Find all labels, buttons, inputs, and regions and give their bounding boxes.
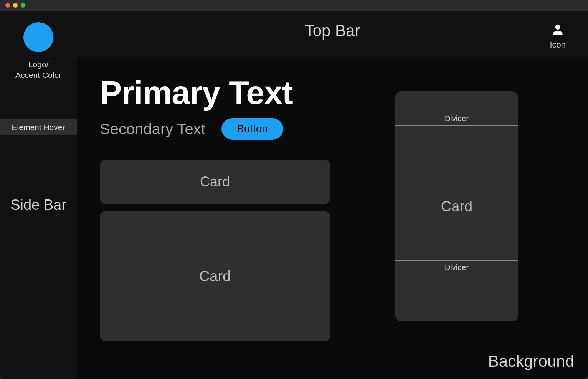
divider-bottom-label: Divider (445, 263, 469, 272)
logo-label-line1: Logo/ (28, 60, 49, 69)
window-maximize-button[interactable] (21, 3, 25, 8)
sidebar-item-hover[interactable]: Element Hover (0, 119, 77, 135)
secondary-text: Secondary Text (100, 120, 205, 138)
window-close-button[interactable] (5, 3, 10, 8)
main-area: Top Bar Icon Primary Text Secondary T (77, 11, 588, 379)
sidebar-title: Side Bar (10, 197, 66, 213)
content-left-column: Primary Text Secondary Text Button Card … (100, 76, 330, 360)
user-icon (550, 22, 565, 38)
content-area: Primary Text Secondary Text Button Card … (77, 57, 588, 379)
user-icon-group[interactable]: Icon (550, 22, 566, 50)
card-medium[interactable]: Card (100, 211, 330, 341)
background-label: Background (488, 352, 574, 371)
cards-left: Card Card (100, 160, 330, 341)
card-large-label: Card (441, 198, 472, 215)
app-window: Logo/ Accent Color Element Hover Side Ba… (0, 0, 588, 379)
divider-bottom: Divider (395, 260, 518, 272)
window-titlebar (0, 0, 588, 11)
divider-top: Divider (395, 114, 518, 126)
logo-accent-circle (23, 22, 53, 52)
card-small[interactable]: Card (100, 160, 330, 204)
window-minimize-button[interactable] (13, 3, 18, 8)
card-large[interactable]: Divider Card Divider (395, 91, 518, 321)
top-bar-title: Top Bar (305, 21, 360, 40)
app-body: Logo/ Accent Color Element Hover Side Ba… (0, 11, 588, 379)
secondary-row: Secondary Text Button (100, 118, 330, 140)
top-bar: Top Bar Icon (77, 11, 588, 57)
divider-top-line (395, 125, 518, 126)
content-right-column: Divider Card Divider (395, 91, 518, 360)
divider-top-label: Divider (445, 114, 469, 123)
user-icon-label: Icon (550, 40, 566, 50)
logo-label-line2: Accent Color (15, 71, 61, 79)
sidebar: Logo/ Accent Color Element Hover Side Ba… (0, 11, 77, 379)
primary-button[interactable]: Button (221, 118, 283, 140)
primary-text: Primary Text (100, 76, 330, 109)
logo-label: Logo/ Accent Color (15, 59, 61, 81)
svg-point-0 (555, 25, 560, 30)
divider-bottom-line (395, 260, 518, 261)
